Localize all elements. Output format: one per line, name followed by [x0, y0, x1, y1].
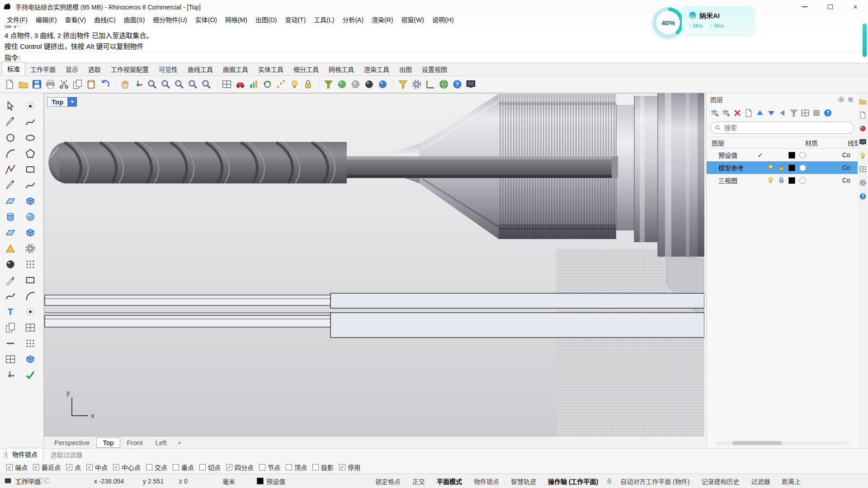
- new-sublayer-icon[interactable]: [722, 108, 731, 117]
- checkbox-中点[interactable]: [86, 464, 93, 470]
- zoom-selected-icon[interactable]: [173, 78, 185, 90]
- layer-color-swatch[interactable]: [788, 152, 799, 159]
- layer-name[interactable]: 三视图: [718, 176, 758, 185]
- menu-item-7[interactable]: 实体(O): [191, 15, 221, 24]
- selection-filter-icon[interactable]: [397, 78, 409, 90]
- osnap-option-交点[interactable]: 交点: [146, 463, 167, 472]
- menu-item-12[interactable]: 分析(A): [338, 15, 368, 24]
- layer-list-options-icon[interactable]: [812, 108, 821, 117]
- menu-item-11[interactable]: 工具(L): [310, 15, 338, 24]
- layers-hscrollbar[interactable]: [715, 441, 849, 445]
- status-toggle-智慧轨迹[interactable]: 智慧轨迹: [505, 477, 542, 486]
- checkbox-投影[interactable]: [312, 464, 319, 470]
- delete-layer-icon[interactable]: [733, 108, 742, 117]
- checkbox-最近点[interactable]: [33, 464, 39, 470]
- loft-tool-icon[interactable]: [4, 227, 17, 239]
- osnap-option-顶点[interactable]: 顶点: [286, 463, 307, 472]
- save-icon[interactable]: [31, 78, 43, 90]
- menu-item-15[interactable]: 说明(H): [428, 15, 458, 24]
- polygon-tool-icon[interactable]: [24, 148, 37, 160]
- osnap-option-垂点[interactable]: 垂点: [173, 463, 194, 472]
- zoom-extents-icon[interactable]: [187, 78, 199, 90]
- close-button[interactable]: ×: [843, 0, 868, 14]
- viewport-canvas[interactable]: y x: [44, 93, 704, 436]
- toolbar-tab-显示[interactable]: 显示: [61, 63, 83, 75]
- collapse-all-icon[interactable]: [778, 108, 787, 117]
- layer-visibility-bulb-icon[interactable]: [767, 176, 778, 184]
- layer-visibility-bulb-icon[interactable]: [767, 164, 778, 172]
- layer-search-input[interactable]: [723, 124, 849, 132]
- menu-item-1[interactable]: 文件(F): [3, 15, 32, 24]
- curve-edit-tool-icon[interactable]: [4, 179, 17, 191]
- layer-row-预设值[interactable]: 预设值✓Co: [707, 149, 858, 161]
- layer-material-icon[interactable]: [799, 152, 810, 159]
- adjust-arc-tool-icon[interactable]: [24, 290, 37, 302]
- gumball-toggle-icon[interactable]: [424, 78, 436, 90]
- move-icon[interactable]: [132, 78, 145, 90]
- layer-row-模型参考[interactable]: 模型参考Co: [707, 161, 858, 174]
- menu-item-2[interactable]: 编辑(E): [32, 15, 61, 24]
- layer-lock-icon[interactable]: [778, 176, 788, 184]
- layer-material-icon[interactable]: [799, 164, 810, 171]
- options-icon[interactable]: [410, 78, 423, 90]
- osnap-option-中心点[interactable]: 中心点: [113, 463, 141, 472]
- arc-tool-icon[interactable]: [4, 148, 17, 160]
- status-toggle-平面模式[interactable]: 平面模式: [431, 477, 468, 486]
- display-ghosted-icon[interactable]: [349, 78, 362, 90]
- fillet-tool-icon[interactable]: [4, 243, 17, 254]
- teal-scrollbar-thumb[interactable]: [863, 23, 867, 57]
- box-tool-icon[interactable]: [24, 195, 37, 207]
- panel-gear-icon[interactable]: [838, 96, 844, 103]
- checkbox-交点[interactable]: [146, 464, 152, 470]
- panel-tab-materials-icon[interactable]: [859, 125, 867, 132]
- checkbox-中心点[interactable]: [113, 464, 119, 470]
- text-tool-icon[interactable]: T: [4, 306, 17, 318]
- layer-color-swatch[interactable]: [788, 177, 799, 184]
- polyline-tool-icon[interactable]: [4, 164, 17, 175]
- lights-icon[interactable]: [288, 78, 301, 90]
- surface-plane-tool-icon[interactable]: [4, 195, 17, 207]
- toolbar-tab-出图[interactable]: 出图: [394, 63, 417, 75]
- ai-assistant-widget[interactable]: 40% 纳米AI ↑ 0K/s ↓ 0K/s: [653, 5, 756, 37]
- toolbar-tab-实体工具[interactable]: 实体工具: [253, 63, 288, 75]
- units-selector[interactable]: 毫米: [222, 477, 235, 486]
- panel-tab-layers-icon[interactable]: [859, 98, 867, 105]
- undo-icon[interactable]: [99, 78, 111, 90]
- open-file-icon[interactable]: [17, 78, 29, 90]
- status-toggle-正交[interactable]: 正交: [406, 477, 431, 486]
- hatch-tool-icon[interactable]: [4, 353, 17, 365]
- sphere-tool-icon[interactable]: [24, 211, 37, 223]
- paste-grid-tool-icon[interactable]: [24, 322, 37, 333]
- panel-tab-properties-icon[interactable]: [859, 111, 867, 119]
- checkbox-四分点[interactable]: [226, 464, 232, 470]
- layer-linetype[interactable]: Co: [842, 164, 858, 171]
- viewport-tab-left[interactable]: Left: [150, 438, 173, 447]
- render-icon[interactable]: [234, 78, 246, 90]
- add-viewport-tab-button[interactable]: +: [174, 439, 186, 446]
- toolbar-tab-标准[interactable]: 标准: [2, 62, 25, 75]
- panel-tab-settings-icon[interactable]: [859, 179, 867, 187]
- block-tool-icon[interactable]: [24, 353, 37, 365]
- current-layer-indicator[interactable]: 预设值: [257, 477, 285, 486]
- help-icon[interactable]: ?: [451, 78, 463, 90]
- array-tool-icon[interactable]: [24, 338, 37, 349]
- checkbox-停用[interactable]: [339, 464, 345, 470]
- checkbox-切点[interactable]: [199, 464, 206, 470]
- render-preview-icon[interactable]: [248, 78, 260, 90]
- osnap-option-投影[interactable]: 投影: [312, 463, 334, 472]
- menu-item-10[interactable]: 变动(T): [281, 15, 310, 24]
- display-rendered-icon[interactable]: [363, 78, 375, 90]
- display-shaded-icon[interactable]: [336, 78, 348, 90]
- gumball-lock-icon[interactable]: [604, 478, 614, 484]
- select-tool-icon[interactable]: [4, 100, 17, 112]
- move-layer-up-icon[interactable]: [755, 108, 764, 117]
- offset-curve-tool-icon[interactable]: [24, 179, 37, 191]
- status-toggle-操作轴 (工作平面)[interactable]: 操作轴 (工作平面): [542, 477, 604, 486]
- viewport-title[interactable]: Top: [47, 97, 68, 107]
- checkbox-垂点[interactable]: [173, 464, 179, 470]
- display-raytraced-icon[interactable]: [377, 78, 389, 90]
- rotate-view-icon[interactable]: [261, 78, 274, 90]
- menu-item-4[interactable]: 曲线(C): [90, 15, 119, 24]
- osnap-option-中点[interactable]: 中点: [86, 463, 108, 472]
- circle-tool-icon[interactable]: [4, 132, 17, 144]
